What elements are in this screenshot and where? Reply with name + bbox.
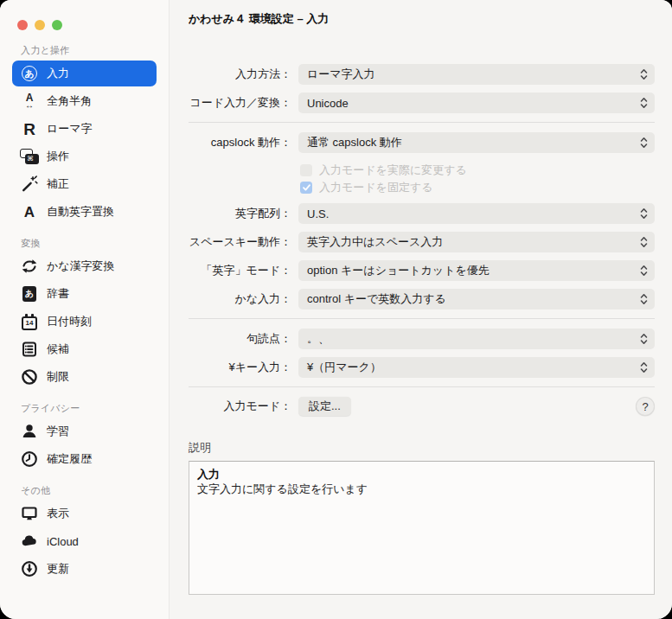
update-arrow-icon	[19, 559, 40, 578]
kana-input-row: かな入力： control キーで英数入力する	[189, 289, 655, 310]
popup-chevrons-icon	[640, 236, 648, 248]
sidebar-item-learning[interactable]: 学習	[12, 418, 157, 444]
romaji-icon: R	[19, 119, 40, 138]
sidebar-item-display[interactable]: 表示	[12, 501, 157, 526]
sidebar-item-fullwidth-halfwidth[interactable]: A↔ 全角半角	[12, 88, 157, 114]
title-bar[interactable]: かわせみ４ 環境設定 – 入力	[189, 0, 655, 38]
change-input-mode-checkbox-row: 入力モードを実際に変更する	[300, 162, 655, 179]
input-method-label: 入力方法：	[189, 67, 291, 82]
yen-key-label: ¥キー入力：	[189, 360, 291, 375]
zoom-window-button[interactable]	[52, 20, 62, 30]
clock-icon	[19, 450, 40, 469]
sidebar-item-kana-kanji-conversion[interactable]: かな漢字変換	[12, 253, 157, 279]
convert-arrows-icon	[19, 257, 40, 276]
window-title: かわせみ４ 環境設定 – 入力	[189, 11, 329, 27]
close-window-button[interactable]	[17, 20, 28, 30]
letter-a-icon: A	[19, 202, 40, 221]
space-key-label: スペースキー動作：	[189, 234, 291, 250]
input-mode-label: 入力モード：	[189, 399, 291, 414]
alpha-layout-popup[interactable]: U.S.	[298, 203, 655, 224]
space-key-row: スペースキー動作： 英字入力中はスペース入力	[189, 232, 655, 252]
help-button[interactable]: ?	[636, 397, 655, 416]
eiji-mode-row: 「英字」モード： option キーはショートカットを優先	[189, 260, 655, 281]
sidebar-item-dictionary[interactable]: あ 辞書	[12, 281, 157, 307]
popup-chevrons-icon	[640, 265, 648, 277]
yen-key-popup[interactable]: ¥（円マーク）	[298, 357, 655, 378]
alpha-layout-label: 英字配列：	[189, 206, 291, 221]
kana-input-popup[interactable]: control キーで英数入力する	[298, 289, 655, 310]
input-method-row: 入力方法： ローマ字入力	[189, 64, 655, 85]
description-title: 入力	[197, 468, 646, 482]
main-pane: かわせみ４ 環境設定 – 入力 入力方法： ローマ字入力 コード入力／変換： U…	[170, 0, 672, 619]
input-method-popup[interactable]: ローマ字入力	[298, 64, 655, 85]
fix-input-mode-checkbox-row: 入力モードを固定する	[300, 179, 655, 196]
sidebar-section-privacy: プライバシー	[21, 402, 157, 415]
eiji-mode-label: 「英字」モード：	[189, 263, 291, 278]
punctuation-label: 句読点：	[189, 331, 291, 347]
popup-chevrons-icon	[640, 333, 648, 345]
popup-chevrons-icon	[640, 97, 648, 109]
person-icon	[19, 422, 40, 441]
code-input-label: コード入力／変換：	[189, 95, 291, 111]
prohibit-icon	[19, 367, 40, 386]
fullwidth-halfwidth-icon: A↔	[19, 92, 40, 111]
space-key-popup[interactable]: 英字入力中はスペース入力	[298, 232, 655, 252]
magic-wand-icon	[19, 175, 40, 194]
section-divider	[189, 386, 655, 387]
sidebar-item-candidates[interactable]: 候補	[12, 336, 157, 362]
sidebar-item-update[interactable]: 更新	[12, 556, 157, 582]
input-mode-settings-button[interactable]: 設定...	[298, 397, 351, 416]
alpha-layout-row: 英字配列： U.S.	[189, 203, 655, 224]
kana-circle-icon: あ	[19, 64, 40, 83]
calendar-icon: 14	[19, 312, 40, 331]
cloud-icon	[19, 532, 40, 551]
section-divider	[189, 122, 655, 123]
section-divider	[189, 318, 655, 319]
display-icon	[19, 504, 40, 523]
sidebar-section-other: その他	[21, 484, 157, 497]
sidebar-item-date-time[interactable]: 14 日付時刻	[12, 309, 157, 335]
description-box[interactable]: 入力 文字入力に関する設定を行います	[189, 461, 655, 595]
dictionary-book-icon: あ	[19, 284, 40, 303]
capslock-behavior-popup[interactable]: 通常 capslock 動作	[298, 132, 655, 153]
description-section: 説明 入力 文字入力に関する設定を行います	[189, 440, 655, 595]
punctuation-row: 句読点： 。、	[189, 329, 655, 349]
minimize-window-button[interactable]	[35, 20, 45, 30]
sidebar-item-restrictions[interactable]: 制限	[12, 364, 157, 390]
sidebar-section-conversion: 変換	[21, 237, 157, 250]
code-input-popup[interactable]: Unicode	[298, 93, 655, 113]
sidebar-item-romaji[interactable]: R ローマ字	[12, 116, 157, 142]
candidate-list-icon	[19, 340, 40, 359]
capslock-behavior-label: capslock 動作：	[189, 135, 291, 150]
eiji-mode-popup[interactable]: option キーはショートカットを優先	[298, 260, 655, 281]
punctuation-popup[interactable]: 。、	[298, 329, 655, 349]
popup-chevrons-icon	[640, 68, 648, 80]
change-input-mode-checkbox[interactable]	[300, 164, 312, 176]
popup-chevrons-icon	[640, 361, 648, 373]
sidebar-item-auto-alpha-replace[interactable]: A 自動英字置換	[12, 199, 157, 225]
popup-chevrons-icon	[640, 293, 648, 305]
description-text: 文字入力に関する設定を行います	[197, 482, 646, 497]
capslock-checkbox-group: 入力モードを実際に変更する 入力モードを固定する	[300, 162, 655, 196]
sidebar-item-correction[interactable]: 補正	[12, 171, 157, 197]
sidebar: 入力と操作 あ 入力 A↔ 全角半角 R ローマ字 ⌘ 操作 補正	[0, 0, 170, 619]
fix-input-mode-checkbox[interactable]	[300, 182, 312, 194]
kana-input-label: かな入力：	[189, 291, 291, 307]
capslock-behavior-row: capslock 動作： 通常 capslock 動作	[189, 132, 655, 153]
sidebar-section-input-and-operation: 入力と操作	[21, 44, 157, 57]
popup-chevrons-icon	[640, 137, 648, 149]
command-keys-icon: ⌘	[19, 147, 40, 166]
yen-key-row: ¥キー入力： ¥（円マーク）	[189, 357, 655, 378]
window-controls	[12, 0, 157, 35]
preferences-window: 入力と操作 あ 入力 A↔ 全角半角 R ローマ字 ⌘ 操作 補正	[0, 0, 672, 619]
description-label: 説明	[189, 440, 655, 456]
code-input-row: コード入力／変換： Unicode	[189, 93, 655, 113]
sidebar-item-icloud[interactable]: iCloud	[12, 528, 157, 554]
input-mode-row: 入力モード： 設定... ?	[189, 397, 655, 416]
sidebar-item-operation[interactable]: ⌘ 操作	[12, 144, 157, 169]
popup-chevrons-icon	[640, 207, 648, 220]
sidebar-item-input[interactable]: あ 入力	[12, 61, 157, 86]
sidebar-item-confirmation-history[interactable]: 確定履歴	[12, 446, 157, 472]
input-settings-form: 入力方法： ローマ字入力 コード入力／変換： Unicode capslock …	[189, 64, 655, 595]
